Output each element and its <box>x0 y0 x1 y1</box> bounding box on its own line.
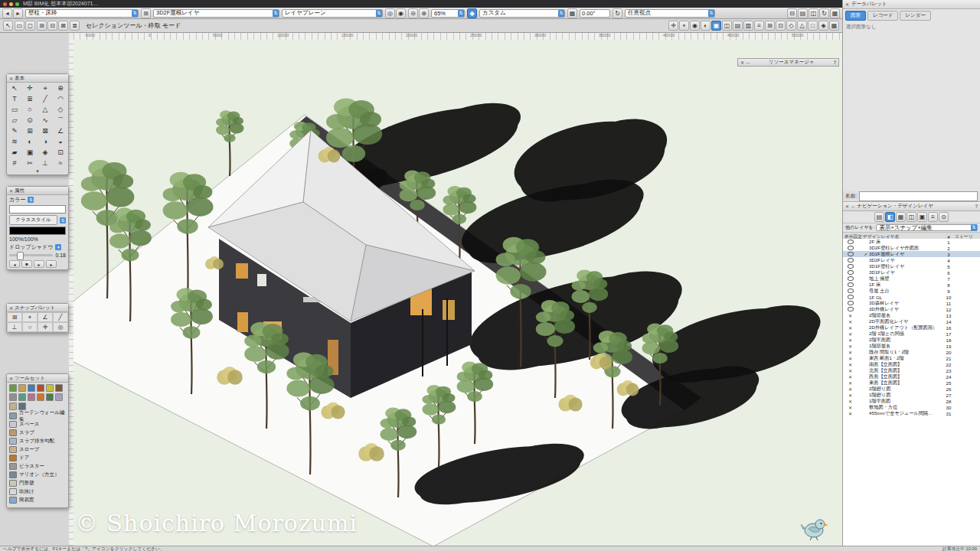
layer-hidden-icon[interactable]: ✕ <box>843 411 863 416</box>
dropdown-arrows-icon[interactable]: ⇅ <box>28 197 34 203</box>
layer-visible-icon[interactable] <box>843 246 863 251</box>
view-bar-right-icons-2[interactable]: ◫ <box>808 8 818 18</box>
basic-tool-grid-28[interactable]: # <box>7 158 22 168</box>
toolset-item[interactable]: カーテンウォール編集 <box>7 412 68 420</box>
data-palette-titlebar[interactable]: ✕ データパレット <box>843 0 980 9</box>
snap-grid-0[interactable]: ⊞ <box>7 312 22 322</box>
zoom-buttons-1[interactable]: ⊕ <box>419 8 429 18</box>
basic-tool-grid-17[interactable]: ⊞ <box>22 126 38 136</box>
layer-hidden-icon[interactable]: ✕ <box>843 350 863 355</box>
mode-bar-right-icons-13[interactable]: □ <box>808 21 818 31</box>
layer-visible-icon[interactable] <box>843 240 863 245</box>
toolset-category-11-icon[interactable] <box>55 393 63 401</box>
basic-tool-grid-13[interactable]: ⊙ <box>22 115 38 126</box>
visibility-buttons-1[interactable]: ◉ <box>396 8 406 18</box>
basic-tool-grid-2[interactable]: ⌖ <box>38 83 53 93</box>
view-bar-right-icons-4[interactable]: ▦ <box>830 8 840 18</box>
render-option-buttons-0[interactable]: ▦ <box>567 8 577 18</box>
basic-tool-grid-5[interactable]: ≣ <box>22 93 38 104</box>
zoom-window-icon[interactable] <box>15 2 19 6</box>
basic-tool-grid-25[interactable]: ▣ <box>22 147 38 158</box>
rotate-view-buttons-0[interactable]: ↻ <box>612 8 622 18</box>
mode-bar-right-icons-0[interactable]: ✛ <box>668 21 678 31</box>
toolset-category-1-icon[interactable] <box>18 384 26 392</box>
selection-mode-group-2-1[interactable]: ⊟ <box>47 21 57 31</box>
drawing-canvas-area[interactable]: -500005000100001500020000250003000035000… <box>69 33 842 546</box>
layer-visible-icon[interactable] <box>843 258 863 263</box>
layer-row[interactable]: ✕455mmで全モジュール間隔…31 <box>843 410 980 416</box>
more-tools-icon[interactable]: ▾ <box>7 168 68 174</box>
toolset-category-10-icon[interactable] <box>46 393 54 401</box>
basic-tool-grid-21[interactable]: ◐ <box>22 136 38 147</box>
layer-plane-dropdown[interactable]: レイヤプレーン ⇅ <box>282 9 383 18</box>
render-mode-dropdown[interactable]: カスタム ⇅ <box>479 9 565 18</box>
toolset-item[interactable]: ピラスター <box>7 462 68 471</box>
navigation-titlebar[interactable]: ✕ ─ ナビゲーション・デザインレイヤ ? <box>843 202 980 211</box>
toolset-category-12-icon[interactable] <box>9 403 17 410</box>
mode-bar-right-icons-8[interactable]: ≡ <box>754 21 764 31</box>
navigation-view-tabs-6[interactable]: ⊙ <box>939 212 949 222</box>
basic-tool-grid-16[interactable]: ✎ <box>7 126 22 136</box>
mode-bar-right-icons-10[interactable]: ⊡ <box>776 21 786 31</box>
layer-visible-icon[interactable] <box>843 295 863 300</box>
snap-grid-2[interactable]: ∠ <box>38 312 53 322</box>
close-icon[interactable]: ✕ <box>9 305 13 311</box>
basic-tool-grid-15[interactable]: ⌒ <box>53 115 68 126</box>
close-icon[interactable]: ✕ <box>9 188 13 194</box>
toolset-category-0-icon[interactable] <box>9 384 17 392</box>
layer-hidden-icon[interactable]: ✕ <box>843 362 863 367</box>
zoom-level-dropdown[interactable]: 65% ⇅ <box>431 9 465 18</box>
attribute-transport-buttons-0[interactable]: ◂ <box>9 260 20 268</box>
layer-hidden-icon[interactable]: ✕ <box>843 344 863 349</box>
basic-tool-grid-0[interactable]: ↖ <box>7 83 22 93</box>
navigation-view-tabs-1[interactable]: ◧ <box>885 212 895 222</box>
close-icon[interactable]: ✕ <box>845 2 849 7</box>
navigation-view-tabs-0[interactable]: ▤ <box>874 212 884 222</box>
visibility-buttons-0[interactable]: ◎ <box>385 8 395 18</box>
mode-bar-right-icons-7[interactable]: ▥ <box>743 21 753 31</box>
mode-bar-right-icons-5[interactable]: ◫ <box>722 21 732 31</box>
basic-tool-grid-4[interactable]: T <box>7 93 22 104</box>
toolset-category-4-icon[interactable] <box>46 384 54 392</box>
layer-visible-icon[interactable] <box>843 289 863 294</box>
layer-hidden-icon[interactable]: ✕ <box>843 319 863 324</box>
selection-mode-group-1-1[interactable]: ◻ <box>25 21 35 31</box>
basic-tool-grid-11[interactable]: ◇ <box>53 104 68 115</box>
view-history-buttons-0[interactable]: ◂ <box>2 8 12 18</box>
snap-grid-4[interactable]: ⊥ <box>7 322 22 332</box>
layer-visible-icon[interactable] <box>843 301 863 306</box>
layer-visible-icon[interactable] <box>843 276 863 282</box>
close-icon[interactable]: ✕ <box>9 376 13 381</box>
layer-hidden-icon[interactable]: ✕ <box>843 386 863 392</box>
rotation-field[interactable]: 0.00° <box>580 9 610 18</box>
mode-bar-right-icons-9[interactable]: ⊞ <box>765 21 775 31</box>
snap-grid-1[interactable]: ⌖ <box>22 312 38 322</box>
view-orientation-dropdown[interactable]: 任意視点 ⇅ <box>625 9 715 18</box>
dropdown-arrows-icon[interactable]: ⇅ <box>60 217 66 223</box>
toolset-category-3-icon[interactable] <box>37 384 44 392</box>
zoom-buttons-0[interactable]: ⊖ <box>408 8 418 18</box>
basic-tool-grid-24[interactable]: ▰ <box>7 147 22 158</box>
layer-hidden-icon[interactable]: ✕ <box>843 325 863 331</box>
toolset-item[interactable]: 吹抜け <box>7 487 68 496</box>
close-icon[interactable]: ✕ <box>845 204 849 209</box>
basic-tool-grid-27[interactable]: ⊡ <box>53 147 68 158</box>
basic-tool-grid-20[interactable]: ≋ <box>7 136 22 147</box>
basic-tool-grid-22[interactable]: ◑ <box>38 136 53 147</box>
active-layer-dropdown[interactable]: 3D2F屋根レイヤ ⇅ <box>153 9 279 18</box>
toolset-category-8-icon[interactable] <box>28 393 35 401</box>
line-thickness-slider[interactable] <box>9 254 53 256</box>
slider-knob[interactable] <box>17 252 24 260</box>
basic-tool-grid-29[interactable]: ✂ <box>22 158 38 168</box>
attribute-transport-buttons-1[interactable]: ■ <box>21 260 32 268</box>
mode-bar-right-icons-14[interactable]: ◈ <box>818 21 828 31</box>
view-bar-right-icons-3[interactable]: ↻ <box>819 8 829 18</box>
fill-color-swatch[interactable] <box>9 205 66 214</box>
snap-grid-3[interactable]: ╱ <box>53 312 68 322</box>
close-window-icon[interactable] <box>3 2 7 6</box>
layer-hidden-icon[interactable]: ✕ <box>843 356 863 361</box>
mode-bar-right-icons-11[interactable]: ◇ <box>786 21 796 31</box>
basic-palette-titlebar[interactable]: ✕ 基本 <box>7 74 68 83</box>
basic-tool-grid-1[interactable]: ✛ <box>22 83 38 93</box>
view-bar-right-icons-0[interactable]: ⊟ <box>787 8 797 18</box>
